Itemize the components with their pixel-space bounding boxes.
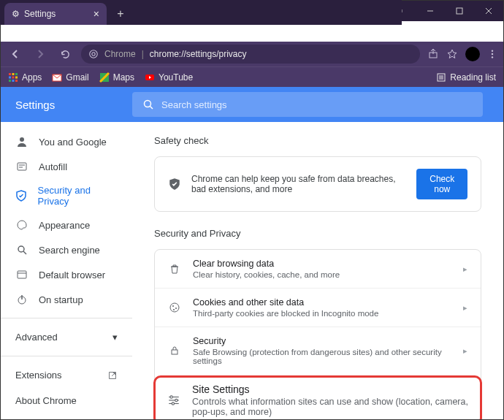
chevron-down-icon: ▾ <box>112 332 118 343</box>
svg-point-5 <box>92 53 95 56</box>
check-now-button[interactable]: Check now <box>416 169 467 199</box>
sidebar-item-label: Security and Privacy <box>38 185 118 207</box>
safety-text: Chrome can help keep you safe from data … <box>191 174 406 194</box>
row-subtitle: Safe Browsing (protection from dangerous… <box>193 348 451 365</box>
row-clear-browsing-data[interactable]: Clear browsing dataClear history, cookie… <box>155 250 481 288</box>
section-title-safety: Safety check <box>154 135 481 146</box>
svg-point-9 <box>492 56 493 58</box>
sidebar-item-security-privacy[interactable]: Security and Privacy <box>1 179 132 213</box>
browser-icon <box>15 268 28 281</box>
svg-point-40 <box>172 305 174 307</box>
safety-check-card: Chrome can help keep you safe from data … <box>154 156 481 212</box>
share-icon[interactable] <box>427 48 439 60</box>
bookmark-gmail[interactable]: Gmail <box>52 72 88 83</box>
sidebar-item-label: Autofill <box>39 161 67 172</box>
chrome-icon <box>88 49 99 59</box>
bookmark-label: Apps <box>22 72 42 83</box>
svg-rect-16 <box>9 80 11 82</box>
sidebar-item-on-startup[interactable]: On startup <box>1 287 132 312</box>
close-tab-icon[interactable]: × <box>93 8 99 20</box>
forward-button[interactable] <box>31 45 49 63</box>
window-minimize-button[interactable] <box>416 1 445 21</box>
window-maximize-button[interactable] <box>445 1 474 21</box>
row-subtitle: Controls what information sites can use … <box>192 397 468 417</box>
search-input[interactable] <box>161 99 473 110</box>
svg-point-4 <box>90 50 98 58</box>
shield-icon <box>15 189 28 202</box>
sidebar-item-label: You and Google <box>39 137 107 148</box>
search-settings-box[interactable] <box>132 92 483 117</box>
bookmarks-bar: Apps Gmail Maps YouTube Reading list <box>1 66 503 87</box>
svg-point-7 <box>492 50 493 51</box>
row-security[interactable]: SecuritySafe Browsing (protection from d… <box>155 327 481 374</box>
row-title: Site Settings <box>192 383 468 395</box>
section-title-privacy: Security and Privacy <box>154 228 481 239</box>
reading-list-icon <box>436 72 446 83</box>
page-title: Settings <box>15 99 132 111</box>
chevron-right-icon: ▸ <box>463 303 467 313</box>
sidebar-about-chrome[interactable]: About Chrome <box>1 388 132 413</box>
row-title: Security <box>193 336 451 346</box>
sidebar-item-label: On startup <box>39 294 83 305</box>
sidebar-advanced[interactable]: Advanced▾ <box>1 324 132 350</box>
sidebar-extensions[interactable]: Extensions <box>1 362 132 388</box>
sidebar-item-autofill[interactable]: Autofill <box>1 154 132 179</box>
reading-list-button[interactable]: Reading list <box>436 72 496 83</box>
svg-rect-18 <box>15 80 18 82</box>
svg-line-33 <box>23 251 26 254</box>
power-icon <box>15 293 28 306</box>
row-subtitle: Third-party cookies are blocked in Incog… <box>193 309 451 318</box>
sidebar-item-label: Search engine <box>39 245 100 256</box>
bookmark-label: YouTube <box>159 72 193 83</box>
row-title: Clear browsing data <box>193 259 451 269</box>
about-label: About Chrome <box>15 395 77 406</box>
menu-icon[interactable] <box>487 49 497 59</box>
privacy-card: Clear browsing dataClear history, cookie… <box>154 249 481 420</box>
row-title: Cookies and other site data <box>193 297 451 308</box>
window-close-button[interactable] <box>474 1 503 21</box>
svg-point-49 <box>172 402 174 405</box>
sidebar-item-default-browser[interactable]: Default browser <box>1 262 132 287</box>
star-icon[interactable] <box>446 48 458 60</box>
svg-rect-14 <box>12 76 15 78</box>
row-site-settings[interactable]: Site SettingsControls what information s… <box>153 375 482 420</box>
bookmark-apps[interactable]: Apps <box>8 72 42 83</box>
trash-icon <box>168 263 181 275</box>
youtube-icon <box>145 72 155 83</box>
settings-content: Safety check Chrome can help keep you sa… <box>132 122 503 420</box>
new-tab-button[interactable]: + <box>111 4 130 23</box>
row-cookies[interactable]: Cookies and other site dataThird-party c… <box>155 288 481 327</box>
browser-tab[interactable]: ⚙ Settings × <box>4 3 107 25</box>
svg-rect-11 <box>12 73 15 75</box>
back-button[interactable] <box>7 45 24 63</box>
palette-icon <box>15 218 28 232</box>
search-icon <box>15 243 28 256</box>
profile-avatar[interactable] <box>465 47 480 61</box>
sidebar-item-appearance[interactable]: Appearance <box>1 213 132 237</box>
url-origin: Chrome <box>104 49 136 59</box>
bookmark-maps[interactable]: Maps <box>99 72 134 83</box>
sidebar-item-label: Appearance <box>39 220 90 231</box>
divider <box>1 318 132 318</box>
reading-list-label: Reading list <box>450 72 496 83</box>
autofill-icon <box>15 160 28 173</box>
svg-line-27 <box>150 107 153 110</box>
gmail-icon <box>52 72 62 83</box>
reload-button[interactable] <box>56 45 74 63</box>
svg-point-28 <box>20 137 24 142</box>
gear-icon: ⚙ <box>12 9 20 19</box>
svg-rect-34 <box>18 271 26 278</box>
settings-header: Settings <box>1 87 503 122</box>
extensions-label: Extensions <box>15 370 62 381</box>
svg-point-47 <box>170 396 172 398</box>
chevron-right-icon: ▸ <box>463 264 467 274</box>
svg-point-26 <box>145 101 151 107</box>
bookmark-label: Maps <box>113 72 134 83</box>
svg-rect-12 <box>15 73 18 75</box>
sidebar-item-search-engine[interactable]: Search engine <box>1 237 132 262</box>
sidebar-item-you-and-google[interactable]: You and Google <box>1 129 132 154</box>
bookmark-youtube[interactable]: YouTube <box>145 72 193 83</box>
url-path: chrome://settings/privacy <box>150 49 247 59</box>
chevron-right-icon: ▸ <box>463 346 467 356</box>
address-bar[interactable]: Chrome | chrome://settings/privacy <box>81 45 420 64</box>
